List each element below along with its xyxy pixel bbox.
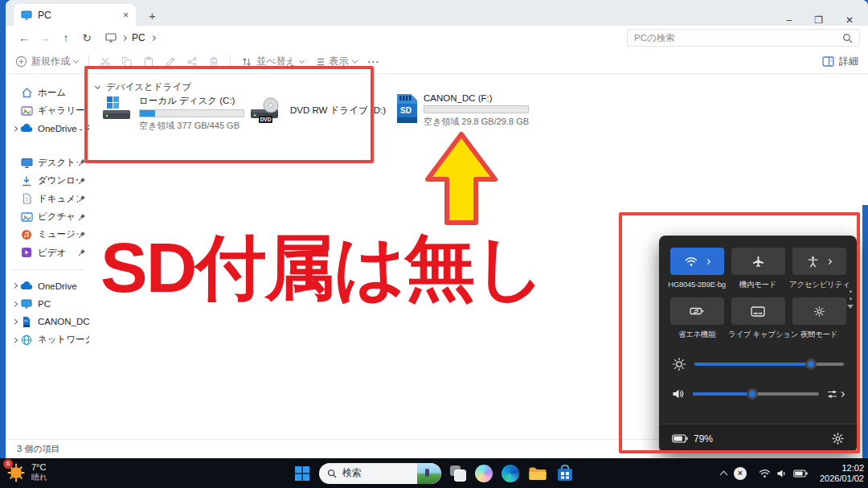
explorer-search-input[interactable]	[634, 33, 842, 43]
tab-close-icon[interactable]: ×	[123, 10, 129, 21]
dvd-drive-icon: DVD	[249, 96, 285, 124]
night-light-toggle-button[interactable]	[792, 297, 846, 325]
onedrive-cloud-icon	[20, 281, 33, 290]
details-pane-icon	[822, 56, 834, 67]
sidebar-item-downloads[interactable]: ダウンロード	[6, 172, 89, 190]
sidebar-item-pc[interactable]: PC	[6, 295, 89, 313]
battery-status-button[interactable]: 79%	[672, 433, 713, 445]
brightness-slider[interactable]	[694, 359, 844, 370]
accessibility-button[interactable]	[792, 248, 846, 275]
breadcrumb[interactable]: PC	[105, 32, 155, 43]
volume-slider-thumb[interactable]	[747, 388, 758, 400]
file-explorer-button[interactable]	[528, 465, 547, 482]
wifi-icon	[759, 469, 771, 478]
details-pane-button[interactable]: 詳細	[822, 55, 858, 68]
sidebar-item-network[interactable]: ネットワーク	[6, 331, 89, 349]
share-button[interactable]	[186, 56, 198, 68]
svg-text:DVD: DVD	[260, 117, 272, 122]
sidebar-item-videos[interactable]: ビデオ	[6, 244, 89, 261]
battery-saver-icon	[690, 306, 704, 316]
sidebar-item-desktop[interactable]: デスクトップ	[6, 154, 89, 171]
copy-button[interactable]	[121, 56, 133, 68]
airplane-mode-toggle-button[interactable]	[731, 248, 785, 275]
sidebar-item-onedrive[interactable]: OneDrive	[6, 277, 89, 295]
battery-icon	[672, 434, 688, 443]
more-button[interactable]: ⋯	[367, 55, 379, 69]
delete-button[interactable]	[208, 56, 219, 68]
microsoft-store-button[interactable]	[556, 465, 574, 482]
minimize-button[interactable]: –	[786, 14, 792, 26]
section-devices-and-drives[interactable]: デバイスとドライブ	[96, 81, 191, 93]
live-captions-toggle-button[interactable]	[731, 297, 785, 325]
rename-button[interactable]	[165, 56, 176, 68]
airplane-icon	[752, 256, 764, 268]
breadcrumb-segment-pc[interactable]: PC	[132, 32, 145, 43]
paste-button[interactable]	[143, 56, 154, 68]
audio-output-button[interactable]	[827, 389, 844, 400]
desktop-wallpaper-strip	[0, 0, 6, 458]
chevron-right-icon[interactable]	[10, 320, 20, 324]
back-button[interactable]: ←	[14, 31, 35, 44]
cut-button[interactable]	[100, 56, 111, 68]
chevron-down-icon	[352, 57, 358, 63]
chevron-right-icon[interactable]	[10, 338, 20, 342]
task-view-button[interactable]	[450, 465, 466, 482]
brightness-slider-thumb[interactable]	[805, 359, 817, 370]
drive-dvd-rw-d[interactable]: DVD DVD RW ドライブ (D:)	[249, 96, 386, 124]
wifi-toggle-button[interactable]	[670, 248, 724, 275]
tab-pc[interactable]: PC ×	[14, 4, 136, 26]
edge-button[interactable]	[502, 465, 519, 482]
maximize-button[interactable]: ❐	[814, 14, 823, 26]
sort-button[interactable]: 並べ替え	[241, 55, 304, 68]
taskbar-search-box[interactable]: 検索	[319, 463, 441, 484]
chevron-right-icon[interactable]	[10, 302, 20, 306]
close-button[interactable]: ✕	[845, 14, 854, 26]
volume-slider[interactable]	[693, 388, 819, 400]
pin-icon	[78, 177, 86, 185]
gear-icon[interactable]	[832, 433, 844, 445]
sidebar-item-onedrive-personal[interactable]: OneDrive - Perso	[6, 120, 89, 137]
music-icon	[20, 229, 33, 240]
up-button[interactable]: ↑	[55, 31, 76, 44]
brightness-icon	[672, 357, 686, 371]
taskbar-search-label: 検索	[342, 466, 362, 480]
sd-card-icon: SD	[394, 93, 418, 128]
copilot-button[interactable]	[475, 465, 493, 482]
start-button[interactable]	[294, 465, 310, 482]
forward-button[interactable]: →	[35, 31, 55, 44]
live-captions-icon	[751, 306, 765, 317]
new-tab-button[interactable]: +	[149, 9, 156, 23]
clock[interactable]: 12:02 2026/01/02	[820, 463, 864, 484]
computer-icon	[20, 299, 33, 309]
drive-local-disk-c[interactable]: ローカル ディスク (C:) 空き領域 377 GB/445 GB	[101, 95, 244, 132]
chevron-down-icon	[73, 57, 79, 63]
explorer-search-box[interactable]	[627, 29, 860, 47]
sidebar-item-music[interactable]: ミュージック	[6, 226, 89, 244]
network-icon	[20, 334, 33, 346]
brightness-row	[672, 357, 844, 371]
weather-sun-icon: 6	[6, 461, 27, 482]
search-highlight-image[interactable]	[417, 463, 441, 484]
chevron-right-icon	[839, 391, 845, 396]
new-button[interactable]: 新規作成	[15, 55, 78, 68]
sort-icon	[241, 56, 252, 68]
energy-saver-toggle-button[interactable]	[670, 297, 724, 325]
sidebar-item-pictures[interactable]: ピクチャ	[6, 207, 89, 225]
sidebar-item-home[interactable]: ホーム	[6, 84, 89, 101]
sidebar-item-canon-dc[interactable]: CANON_DC (F:)	[6, 313, 89, 330]
pictures-icon	[20, 211, 33, 223]
qs-tile-label: HG8045-2B9E-bg	[667, 280, 727, 289]
chevron-right-icon[interactable]	[10, 127, 20, 131]
tray-overflow-button[interactable]	[719, 471, 727, 479]
sidebar-item-documents[interactable]: ドキュメント	[6, 190, 89, 207]
view-button[interactable]: 表示	[314, 55, 357, 68]
qs-page-indicator[interactable]	[847, 290, 854, 309]
computer-icon	[105, 33, 117, 43]
onedrive-paused-icon[interactable]: ×	[734, 467, 747, 480]
weather-widget[interactable]: 6 7°C 晴れ	[6, 461, 47, 482]
drive-canon-dc-f[interactable]: SD CANON_DC (F:) 空き領域 29.8 GB/29.8 GB	[394, 93, 529, 128]
refresh-button[interactable]: ↻	[76, 31, 97, 44]
tray-system-icons[interactable]	[754, 465, 813, 482]
chevron-right-icon[interactable]	[10, 284, 20, 288]
sidebar-item-gallery[interactable]: ギャラリー	[6, 101, 89, 119]
